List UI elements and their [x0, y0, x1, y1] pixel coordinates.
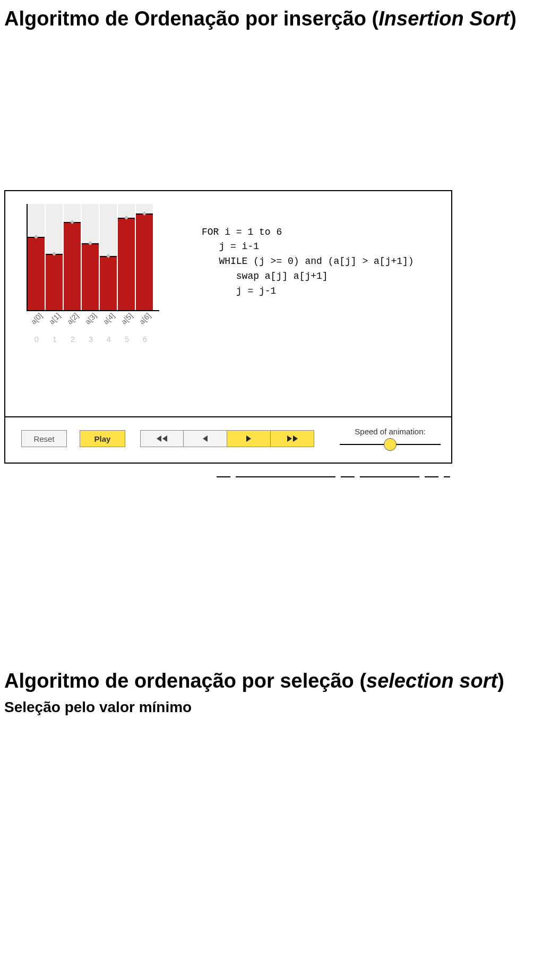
axis-label: a[6] [135, 309, 154, 328]
step-back-button[interactable] [184, 430, 227, 447]
axis-label: a[5] [117, 309, 136, 328]
axis-index: 5 [118, 335, 136, 344]
heading2-text: Algoritmo de ordenação por seleção ( [4, 670, 366, 692]
speed-control: Speed of animation: [340, 427, 441, 451]
speed-slider[interactable] [340, 438, 441, 451]
axis-index: 2 [64, 335, 82, 344]
axis-index: 0 [28, 335, 46, 344]
reset-button[interactable]: Reset [21, 430, 67, 447]
axis-label: a[2] [63, 309, 82, 328]
axis-index: 3 [82, 335, 100, 344]
axis-label: a[4] [99, 309, 118, 328]
bar-slot[interactable] [46, 204, 63, 310]
heading-insertion-sort: Algoritmo de Ordenação por inserção (Ins… [4, 6, 556, 32]
bar-drag-handle-icon[interactable] [123, 216, 130, 220]
heading2-italic: selection sort [366, 670, 497, 692]
bar-slot[interactable] [118, 204, 135, 310]
slider-thumb[interactable] [384, 438, 397, 451]
ffwd-icon [293, 435, 298, 442]
bar-slot[interactable] [64, 204, 81, 310]
pseudocode: FOR i = 1 to 6 j = i-1 WHILE (j >= 0) an… [159, 204, 441, 299]
axis-index: 1 [46, 335, 64, 344]
bar-slot[interactable] [100, 204, 117, 310]
bar-fill [136, 213, 153, 310]
step-button-group [140, 430, 314, 447]
bar-drag-handle-icon[interactable] [51, 252, 57, 256]
heading-selection-sort: Algoritmo de ordenação por seleção (sele… [4, 669, 556, 694]
controls-bar: Reset Play Speed of animation: [5, 416, 451, 463]
rewind-icon [162, 435, 167, 442]
bar-drag-handle-icon[interactable] [87, 241, 93, 245]
axis-index: 6 [136, 335, 154, 344]
bar-fill [118, 218, 135, 310]
heading-italic: Insertion Sort [378, 7, 510, 30]
axis-label: a[0] [27, 309, 46, 328]
bar-fill [100, 256, 117, 310]
forward-icon [246, 435, 251, 442]
bar-fill [46, 254, 63, 310]
rewind-icon [157, 435, 161, 442]
back-icon [203, 435, 208, 442]
subheading-min-selection: Seleção pelo valor mínimo [4, 699, 556, 716]
speed-label: Speed of animation: [340, 427, 441, 436]
axis-index: 4 [100, 335, 118, 344]
fast-forward-button[interactable] [271, 430, 314, 447]
ffwd-icon [287, 435, 292, 442]
bar-fill [82, 243, 99, 310]
play-button[interactable]: Play [80, 430, 125, 447]
bar-slot[interactable] [28, 204, 45, 310]
axis-label: a[1] [45, 309, 64, 328]
bar-fill [64, 222, 81, 310]
axis-label: a[3] [81, 309, 100, 328]
heading-text-post: ) [510, 7, 516, 30]
bar-drag-handle-icon[interactable] [33, 235, 39, 239]
step-forward-button[interactable] [227, 430, 271, 447]
fast-back-button[interactable] [140, 430, 184, 447]
bar-chart: a[0]a[1]a[2]a[3]a[4]a[5]a[6] 0123456 [27, 204, 159, 344]
bar-slot[interactable] [136, 204, 153, 310]
bar-fill [28, 237, 45, 310]
bar-drag-handle-icon[interactable] [69, 220, 75, 224]
heading2-text-post: ) [497, 670, 504, 692]
bar-slot[interactable] [82, 204, 99, 310]
heading-text: Algoritmo de Ordenação por inserção ( [4, 7, 378, 30]
visualizer-frame: a[0]a[1]a[2]a[3]a[4]a[5]a[6] 0123456 FOR… [4, 190, 452, 464]
bar-drag-handle-icon[interactable] [141, 211, 148, 216]
bar-drag-handle-icon[interactable] [105, 254, 111, 258]
